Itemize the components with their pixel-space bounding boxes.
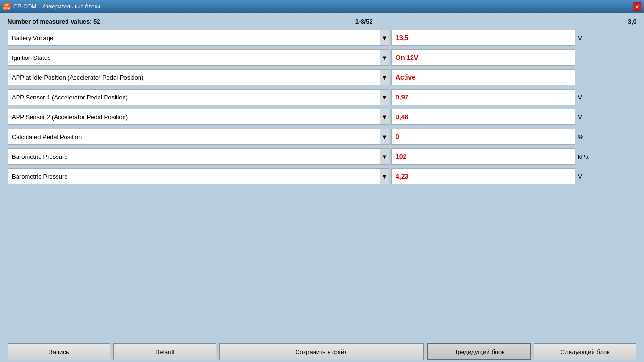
measure-row: APP Sensor 2 (Accelerator Pedal Position…	[8, 109, 636, 125]
measure-value-5: 0	[396, 133, 399, 140]
measure-label-box-5: Calculated Pedal Position ▼	[8, 129, 389, 145]
measure-value-box-7: 4,23	[391, 168, 575, 184]
measure-value-3: 0,97	[396, 93, 408, 101]
measure-row: Ignition Status ▼ On 12V	[8, 49, 636, 66]
measure-value-4: 0,48	[396, 113, 408, 121]
measure-value-box-6: 102	[391, 148, 575, 165]
measure-label-0: Battery Voltage	[12, 34, 385, 41]
main-content: Number of measured values: 52 1-8/52 3,0…	[0, 13, 644, 339]
measure-row: Battery Voltage ▼ 13,5 V	[8, 30, 636, 46]
measure-label-3: APP Sensor 1 (Accelerator Pedal Position…	[12, 94, 385, 101]
measure-label-5: Calculated Pedal Position	[12, 133, 385, 140]
measure-value-box-3: 0,97	[391, 89, 575, 105]
measure-label-box-2: APP at Idle Position (Accelerator Pedal …	[8, 69, 389, 85]
measure-value-box-5: 0	[391, 129, 575, 145]
dropdown-arrow-6[interactable]: ▼	[380, 149, 389, 164]
title-bar: OP COM OP-COM - Измерительные блоки ✕	[0, 0, 644, 13]
title-bar-text: OP-COM - Измерительные блоки	[13, 3, 100, 10]
dropdown-arrow-3[interactable]: ▼	[380, 90, 389, 105]
measure-value-6: 102	[396, 153, 406, 160]
measure-value-2: Active	[396, 74, 415, 81]
measure-unit-4: V	[575, 114, 594, 121]
dropdown-arrow-2[interactable]: ▼	[380, 70, 389, 85]
btn-zapis[interactable]: Запись	[8, 343, 110, 360]
measure-label-4: APP Sensor 2 (Accelerator Pedal Position…	[12, 114, 385, 121]
measure-row: Barometric Pressure ▼ 4,23 V	[8, 168, 636, 184]
title-bar-left: OP COM OP-COM - Измерительные блоки	[3, 3, 100, 10]
btn-save[interactable]: Сохранить в файл	[219, 343, 424, 360]
measure-unit-5: %	[575, 133, 594, 140]
measure-value-1: On 12V	[396, 54, 418, 61]
btn-next[interactable]: Следующий блок	[534, 343, 636, 360]
measure-label-box-7: Barometric Pressure ▼	[8, 168, 389, 184]
measure-label-7: Barometric Pressure	[12, 173, 385, 180]
measure-label-1: Ignition Status	[12, 54, 385, 61]
dropdown-arrow-5[interactable]: ▼	[380, 129, 389, 144]
measure-row: Barometric Pressure ▼ 102 kPa	[8, 148, 636, 165]
measure-row: Calculated Pedal Position ▼ 0 %	[8, 129, 636, 145]
measure-value-0: 13,5	[396, 34, 408, 41]
btn-default[interactable]: Default	[113, 343, 216, 360]
version-label: 3,0	[628, 18, 636, 25]
dropdown-arrow-0[interactable]: ▼	[380, 30, 389, 45]
measure-label-box-6: Barometric Pressure ▼	[8, 148, 389, 165]
measured-values-label: Number of measured values: 52	[8, 18, 100, 25]
header-row: Number of measured values: 52 1-8/52 3,0	[8, 18, 636, 25]
measure-row: APP Sensor 1 (Accelerator Pedal Position…	[8, 89, 636, 105]
button-row1: Запись Default Сохранить в файл Предидущ…	[0, 339, 644, 362]
measure-label-box-3: APP Sensor 1 (Accelerator Pedal Position…	[8, 89, 389, 105]
measure-unit-6: kPa	[575, 153, 594, 160]
measure-value-7: 4,23	[396, 173, 408, 180]
measure-unit-3: V	[575, 94, 594, 101]
measure-label-6: Barometric Pressure	[12, 153, 385, 160]
btn-prev[interactable]: Предидущий блок	[427, 343, 530, 360]
dropdown-arrow-1[interactable]: ▼	[380, 50, 389, 65]
measure-value-box-0: 13,5	[391, 30, 575, 46]
close-button[interactable]: ✕	[633, 2, 641, 11]
measure-label-box-1: Ignition Status ▼	[8, 49, 389, 66]
measure-value-box-2: Active	[391, 69, 575, 85]
measure-unit-7: V	[575, 173, 594, 180]
measure-label-box-0: Battery Voltage ▼	[8, 30, 389, 46]
measure-value-box-4: 0,48	[391, 109, 575, 125]
range-label: 1-8/52	[355, 18, 373, 25]
app-icon: OP COM	[3, 3, 10, 10]
dropdown-arrow-7[interactable]: ▼	[380, 169, 389, 184]
measure-label-2: APP at Idle Position (Accelerator Pedal …	[12, 74, 385, 81]
measure-label-box-4: APP Sensor 2 (Accelerator Pedal Position…	[8, 109, 389, 125]
measure-unit-0: V	[575, 34, 594, 41]
measure-row: APP at Idle Position (Accelerator Pedal …	[8, 69, 636, 85]
rows-container: Battery Voltage ▼ 13,5 V Ignition Status…	[8, 30, 636, 184]
measure-value-box-1: On 12V	[391, 49, 575, 66]
dropdown-arrow-4[interactable]: ▼	[380, 109, 389, 124]
